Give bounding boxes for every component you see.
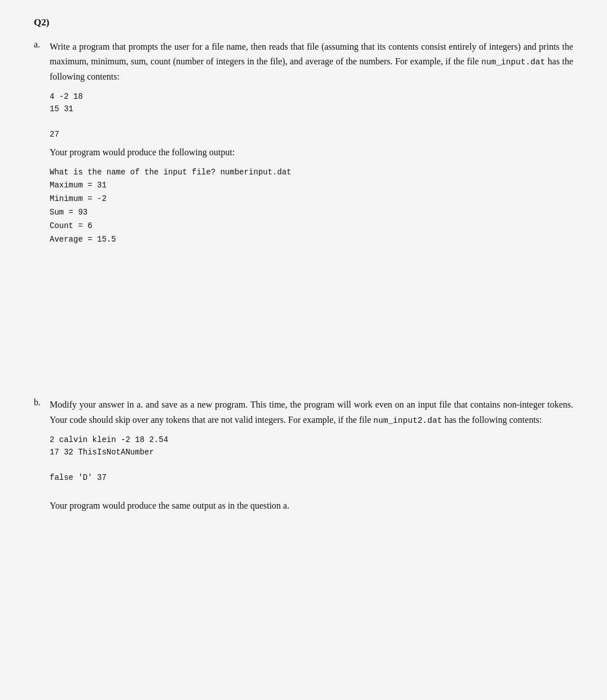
part-a-text: Write a program that prompts the user fo… [50, 40, 573, 85]
part-b-text-after: has the following contents: [445, 415, 542, 425]
part-a: a. Write a program that prompts the user… [34, 40, 573, 377]
b-file-line-1: 2 calvin klein -2 18 2.54 [50, 434, 573, 446]
file-line-1: 4 -2 18 [50, 90, 573, 103]
question-title: Q2) [34, 17, 49, 28]
file-blank-line [50, 115, 573, 128]
part-b-text: Modify your answer in a. and save as a n… [50, 397, 573, 427]
part-b-filename-inline: num_input2.dat [373, 416, 442, 425]
part-a-letter: a. [34, 40, 50, 50]
b-file-line-3: false 'D' 37 [50, 471, 573, 484]
part-a-file-contents: 4 -2 18 15 31 27 [50, 90, 573, 141]
part-a-spacer [50, 253, 573, 377]
question-header: Q2) [34, 17, 573, 28]
output-line-6: Average = 15.5 [50, 233, 573, 247]
part-b-output-label: Your program would produce the same outp… [50, 498, 573, 513]
b-file-blank-line [50, 459, 573, 471]
part-b-letter: b. [34, 397, 50, 408]
output-line-5: Count = 6 [50, 220, 573, 233]
part-a-body: Write a program that prompts the user fo… [50, 40, 573, 377]
part-b-file-contents: 2 calvin klein -2 18 2.54 17 32 ThisIsNo… [50, 434, 573, 484]
part-b: b. Modify your answer in a. and save as … [34, 397, 573, 519]
part-b-spacer [50, 488, 573, 498]
output-line-3: Minimum = -2 [50, 193, 573, 206]
part-a-output-label: Your program would produce the following… [50, 145, 573, 160]
part-b-body: Modify your answer in a. and save as a n… [50, 397, 573, 519]
part-a-filename-inline: num_input.dat [481, 58, 545, 67]
output-line-4: Sum = 93 [50, 206, 573, 220]
output-line-1: What is the name of the input file? numb… [50, 166, 573, 180]
file-line-3: 27 [50, 128, 573, 141]
b-file-line-2: 17 32 ThisIsNotANumber [50, 446, 573, 458]
part-a-program-output: What is the name of the input file? numb… [50, 166, 573, 247]
output-line-2: Maximum = 31 [50, 179, 573, 193]
file-line-2: 15 31 [50, 103, 573, 115]
